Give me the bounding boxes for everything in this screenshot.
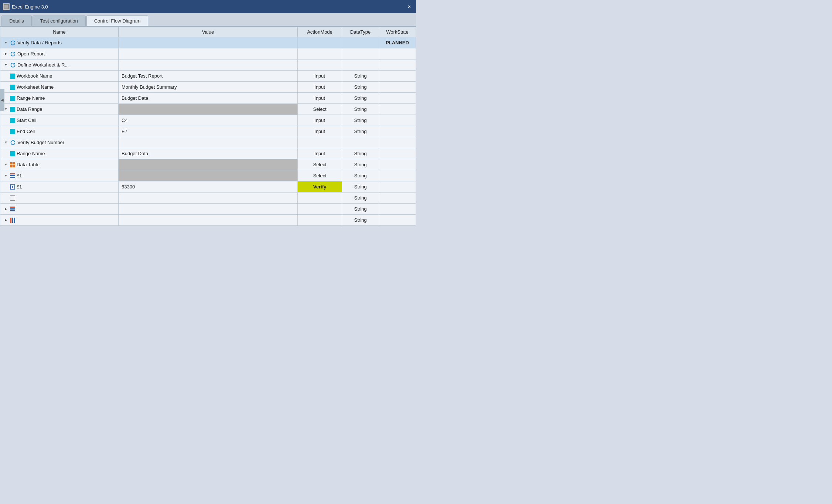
row-workstate-cell xyxy=(379,148,416,159)
row-value-cell[interactable]: 63300 xyxy=(119,181,298,193)
row-value-cell[interactable]: Budget Data xyxy=(119,93,298,104)
table-body: Verify Data / Reports PLANNED Open Repor… xyxy=(0,37,416,226)
tab-details[interactable]: Details xyxy=(1,16,32,26)
row-value-cell[interactable]: C4 xyxy=(119,115,298,126)
row-value-label: Budget Data xyxy=(122,151,148,156)
row-workstate-cell xyxy=(379,48,416,59)
row-action-cell xyxy=(298,204,342,215)
row-dtype-cell xyxy=(342,59,379,71)
row-value-cell[interactable] xyxy=(119,170,298,181)
row-action-cell: Input xyxy=(298,93,342,104)
table-row[interactable]: String xyxy=(0,215,416,226)
row-value-cell[interactable]: E7 xyxy=(119,126,298,137)
row-value-label: Monthly Budget Summary xyxy=(122,84,177,90)
row-workstate-cell: PLANNED xyxy=(379,37,416,48)
table-row[interactable]: Data Range SelectString xyxy=(0,104,416,115)
cyan-square-icon xyxy=(10,96,15,101)
row-value-cell[interactable]: Budget Data xyxy=(119,148,298,159)
row-dtype-cell: String xyxy=(342,148,379,159)
table-row[interactable]: String xyxy=(0,193,416,204)
cyan-square-icon xyxy=(10,107,15,112)
table-row[interactable]: Start Cell C4InputString xyxy=(0,115,416,126)
expander-down[interactable] xyxy=(3,140,8,145)
table-row[interactable]: Range Name Budget DataInputString xyxy=(0,148,416,159)
row-workstate-cell xyxy=(379,159,416,170)
row-action-cell: Select xyxy=(298,170,342,181)
row-value-cell[interactable] xyxy=(119,59,298,71)
row-dtype-cell xyxy=(342,37,379,48)
row-dtype-cell: String xyxy=(342,104,379,115)
table-row[interactable]: Worksheet Name Monthly Budget SummaryInp… xyxy=(0,82,416,93)
col-icon xyxy=(10,218,15,223)
row-value-cell[interactable] xyxy=(119,48,298,59)
row-action-label: Input xyxy=(314,151,325,156)
table-row[interactable]: Open Report xyxy=(0,48,416,59)
table-row[interactable]: Data Table SelectString xyxy=(0,159,416,170)
expander-down[interactable] xyxy=(3,40,8,45)
row-name-label: Data Range xyxy=(17,106,42,112)
row-value-cell[interactable] xyxy=(119,204,298,215)
expander-right[interactable] xyxy=(3,218,8,223)
row-value-label: Budget Data xyxy=(122,95,148,101)
row-action-label: Select xyxy=(313,162,326,167)
row-dtype-label: String xyxy=(354,73,367,79)
row-action-label: Input xyxy=(314,95,325,101)
row-value-label: 63300 xyxy=(122,184,135,190)
row-value-cell[interactable] xyxy=(119,137,298,148)
tree-cell: Data Range xyxy=(3,106,115,112)
row-action-label: Input xyxy=(314,73,325,79)
row-action-cell: Verify xyxy=(298,181,342,193)
tree-cell xyxy=(3,195,115,201)
tree-cell: Open Report xyxy=(3,51,115,57)
table-row[interactable]: End Cell E7InputString xyxy=(0,126,416,137)
tab-bar: Details Test configuration Control Flow … xyxy=(0,13,416,27)
row-workstate-cell xyxy=(379,170,416,181)
row-action-label: Verify xyxy=(313,184,326,190)
row-dtype-label: String xyxy=(354,84,367,90)
app-icon xyxy=(3,3,10,10)
cyan-square-icon xyxy=(10,129,15,134)
close-button[interactable]: × xyxy=(406,3,413,10)
row-action-cell: Input xyxy=(298,71,342,82)
row-value-cell[interactable] xyxy=(119,159,298,170)
row-name-label: $1 xyxy=(17,184,22,190)
expander-right[interactable] xyxy=(3,207,8,212)
row-workstate-cell xyxy=(379,215,416,226)
refresh-icon xyxy=(10,62,16,68)
cyan-square-icon xyxy=(10,118,15,123)
table-row[interactable]: Verify Data / Reports PLANNED xyxy=(0,37,416,48)
header-work-state: WorkState xyxy=(379,27,416,37)
table-wrapper[interactable]: Name Value ActionMode DataType WorkState… xyxy=(0,27,416,226)
row-value-cell[interactable] xyxy=(119,193,298,204)
tree-cell: Start Cell xyxy=(3,118,115,123)
table-row[interactable]: String xyxy=(0,204,416,215)
row-name-label: Open Report xyxy=(17,51,45,57)
expander-right[interactable] xyxy=(3,51,8,57)
row-value-cell[interactable]: Budget Test Report xyxy=(119,71,298,82)
expander-down[interactable] xyxy=(3,162,8,167)
row-dtype-label: String xyxy=(354,151,367,156)
row-name-label: Verify Data / Reports xyxy=(17,40,62,45)
row-action-cell xyxy=(298,137,342,148)
table-row[interactable]: Range Name Budget DataInputString xyxy=(0,93,416,104)
table-row[interactable]: $1 63300VerifyString xyxy=(0,181,416,193)
header-action-mode: ActionMode xyxy=(298,27,342,37)
row-value-cell[interactable] xyxy=(119,215,298,226)
row-workstate-cell xyxy=(379,104,416,115)
expander-down[interactable] xyxy=(3,62,8,68)
row-dtype-label: String xyxy=(354,162,367,167)
expander-down[interactable] xyxy=(3,173,8,178)
table-row[interactable]: Define Worksheet & R... xyxy=(0,59,416,71)
collapse-button[interactable]: ◀ xyxy=(0,89,4,111)
row-workstate-cell xyxy=(379,126,416,137)
row-value-label: C4 xyxy=(122,118,128,123)
row-value-cell[interactable]: Monthly Budget Summary xyxy=(119,82,298,93)
tab-control-flow-diagram[interactable]: Control Flow Diagram xyxy=(86,16,149,26)
row-value-cell[interactable] xyxy=(119,37,298,48)
table-header-row: Name Value ActionMode DataType WorkState xyxy=(0,27,416,37)
table-row[interactable]: Verify Budget Number xyxy=(0,137,416,148)
row-value-cell[interactable] xyxy=(119,104,298,115)
table-row[interactable]: Workbook Name Budget Test ReportInputStr… xyxy=(0,71,416,82)
table-row[interactable]: $1 SelectString xyxy=(0,170,416,181)
tab-test-configuration[interactable]: Test configuration xyxy=(33,16,86,26)
